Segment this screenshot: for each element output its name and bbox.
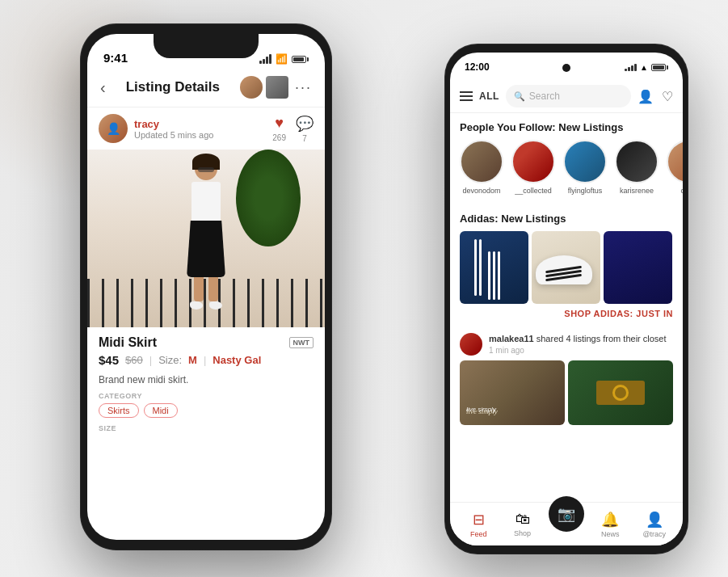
product-thumb-shoes[interactable] (532, 231, 600, 304)
tag-midi[interactable]: Midi (144, 403, 178, 418)
news-label: News (601, 530, 620, 538)
size-label-header: SIZE (99, 424, 314, 432)
shop-icon: 🛍 (515, 511, 530, 528)
person-figure (174, 158, 238, 319)
size-section: SIZE (99, 424, 314, 432)
status-icons: 📶 (259, 53, 309, 65)
list-item[interactable]: karisrenee (615, 140, 659, 195)
username: __collected (515, 187, 552, 195)
people-icon[interactable]: 👤 (638, 89, 654, 104)
like-button[interactable]: ♥ 269 (272, 115, 286, 142)
user-row: 👤 tracy Updated 5 mins ago ♥ 269 💬 7 (87, 107, 325, 150)
product-pricing: $45 $60 | Size: M | Nasty Gal (99, 353, 314, 367)
list-item[interactable]: __collected (511, 140, 555, 195)
shared-username[interactable]: malakea11 (489, 334, 534, 343)
shared-user-avatar[interactable] (460, 333, 482, 356)
adidas-section: Adidas: New Listings (450, 204, 683, 330)
adidas-section-title: Adidas: New Listings (450, 204, 683, 231)
topbar-icons: 👤 ♡ (638, 89, 673, 104)
shared-images: live simply (460, 360, 673, 425)
feed-topbar: ALL 🔍 Search 👤 ♡ (450, 82, 683, 113)
nav-avatar-2 (266, 76, 288, 99)
list-item[interactable]: devonodom (460, 140, 503, 195)
phone1-screen: 9:41 📶 (87, 34, 325, 540)
product-image (87, 150, 325, 327)
battery-icon (292, 56, 309, 63)
avatar (511, 140, 555, 183)
status-icons-2: ▲ (625, 63, 668, 72)
all-filter[interactable]: ALL (479, 91, 499, 102)
shared-time: 1 min ago (489, 346, 673, 355)
bottom-nav: ⊟ Feed 🛍 Shop 📷 Sell 🔔 News (450, 502, 683, 545)
people-section-title: People You Follow: New Listings (450, 113, 683, 140)
shared-section: malakea11 shared 4 listings from their c… (450, 333, 683, 425)
notch (154, 34, 259, 58)
shared-image-2[interactable] (568, 360, 673, 425)
scene: 9:41 📶 (0, 0, 728, 577)
shared-action: shared 4 listings from their closet (537, 334, 667, 343)
status-time: 9:41 (103, 51, 128, 65)
shop-label: Shop (514, 529, 531, 537)
price-main: $45 (99, 353, 119, 367)
more-button[interactable]: ··· (295, 79, 312, 96)
username: karisrenee (620, 187, 654, 195)
product-description: Brand new midi skirt. (99, 373, 314, 387)
status-time-2: 12:00 (465, 61, 490, 73)
user-avatar[interactable]: 👤 (99, 114, 128, 143)
category-section: CATEGORY Skirts Midi (99, 392, 314, 418)
shop-adidas-link[interactable]: SHOP ADIDAS: JUST IN (450, 304, 683, 323)
signal-icon-2 (625, 64, 637, 71)
feed-label: Feed (470, 530, 487, 538)
user-name[interactable]: tracy (134, 118, 213, 130)
battery-icon-2 (651, 64, 668, 71)
nav-avatars (240, 76, 288, 99)
brand-link[interactable]: Nasty Gal (213, 354, 261, 366)
belt-image (596, 381, 645, 405)
punch-hole (562, 64, 570, 72)
username: flyingloftus (568, 187, 603, 195)
product-thumb-extra[interactable] (604, 231, 672, 304)
username: devonodom (462, 187, 500, 195)
profile-icon: 👤 (646, 511, 663, 529)
back-button[interactable]: ‹ (100, 78, 106, 97)
list-item[interactable]: flyingloftus (563, 140, 607, 195)
page-title: Listing Details (126, 79, 220, 95)
list-item[interactable]: caitb (667, 140, 683, 195)
size-label: Size: (158, 354, 182, 366)
tags: Skirts Midi (99, 403, 314, 418)
category-label: CATEGORY (99, 392, 314, 400)
avatar (563, 140, 607, 183)
news-icon: 🔔 (601, 511, 619, 529)
comment-button[interactable]: 💬 7 (296, 115, 314, 143)
sell-button[interactable]: 📷 (549, 496, 584, 532)
avatar (667, 140, 683, 183)
phone1-device: 9:41 📶 (81, 24, 331, 550)
tag-skirts[interactable]: Skirts (99, 403, 139, 418)
nav-avatar (240, 76, 263, 99)
product-thumb-jacket[interactable] (460, 231, 528, 304)
nwt-badge: NWT (289, 337, 314, 348)
nav-item-feed[interactable]: ⊟ Feed (461, 511, 496, 538)
hamburger-menu[interactable] (460, 91, 473, 101)
people-row: devonodom __collected flyingloftus karis… (450, 140, 683, 204)
user-actions: ♥ 269 💬 7 (272, 115, 314, 143)
products-row (450, 231, 683, 304)
wifi-icon-2: ▲ (640, 63, 648, 72)
search-bar[interactable]: 🔍 Search (506, 85, 631, 107)
search-icon: 🔍 (514, 91, 525, 102)
phone2-screen: 12:00 ▲ (450, 53, 683, 545)
heart-icon[interactable]: ♡ (662, 89, 673, 104)
product-title: Midi Skirt (99, 335, 157, 350)
nav-item-profile[interactable]: 👤 @tracy (637, 511, 672, 538)
shared-image-1[interactable]: live simply (460, 360, 565, 425)
nav-item-news[interactable]: 🔔 News (592, 511, 628, 538)
nav-item-sell[interactable]: 📷 Sell (549, 496, 584, 546)
signal-icon (259, 54, 271, 64)
feed-icon: ⊟ (473, 511, 485, 529)
nav-bar: ‹ Listing Details ··· (87, 69, 325, 107)
wifi-icon: 📶 (276, 53, 288, 65)
nav-item-shop[interactable]: 🛍 Shop (505, 511, 541, 537)
username: caitb (680, 187, 683, 195)
camera-icon: 📷 (558, 505, 575, 523)
avatar (460, 140, 503, 183)
